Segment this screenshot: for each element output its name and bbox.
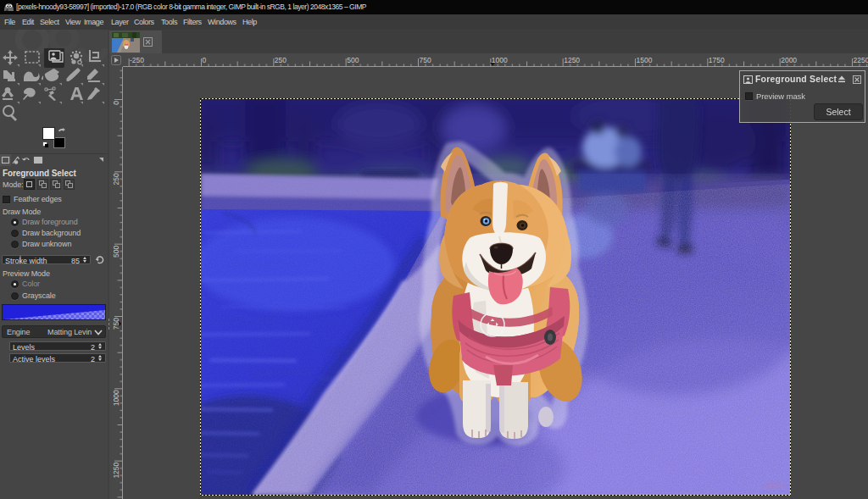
svg-text:1250: 1250 (112, 462, 120, 478)
svg-text:1750: 1750 (709, 56, 725, 64)
svg-text:2000: 2000 (781, 56, 797, 64)
svg-text:0: 0 (203, 56, 207, 64)
svg-text:250: 250 (275, 56, 287, 64)
svg-text:1250: 1250 (564, 56, 580, 64)
svg-text:750: 750 (112, 318, 120, 330)
svg-text:1000: 1000 (112, 390, 120, 406)
svg-text:1500: 1500 (637, 56, 653, 64)
svg-text:0: 0 (112, 101, 120, 105)
svg-text:500: 500 (347, 56, 359, 64)
svg-text:1000: 1000 (492, 56, 508, 64)
svg-text:2250: 2250 (854, 56, 868, 64)
svg-text:-250: -250 (130, 56, 144, 64)
svg-text:250: 250 (112, 173, 120, 185)
svg-text:750: 750 (420, 56, 431, 64)
svg-text:500: 500 (112, 245, 120, 257)
